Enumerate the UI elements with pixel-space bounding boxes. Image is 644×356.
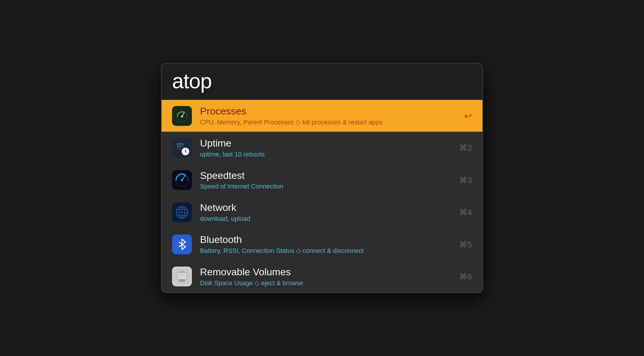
speedtest-icon bbox=[172, 170, 192, 190]
uptime-shortcut: ⌘2 bbox=[459, 143, 472, 153]
bluetooth-shortcut: ⌘5 bbox=[459, 240, 472, 249]
processes-subtitle: CPU, Memory, Parent Processes ◇ kill pro… bbox=[200, 118, 458, 127]
processes-title: Processes bbox=[200, 105, 458, 117]
uptime-subtitle: uptime, last 10 reboots bbox=[200, 150, 453, 159]
bluetooth-content: Bluetooth Battery, RSSI, Connection Stat… bbox=[200, 234, 453, 255]
network-icon-svg bbox=[174, 204, 190, 221]
menu-item-uptime[interactable]: Uptime uptime, last 10 reboots ⌘2 bbox=[162, 132, 482, 164]
svg-point-14 bbox=[177, 148, 179, 149]
removable-shortcut: ⌘6 bbox=[459, 272, 472, 281]
uptime-title: Uptime bbox=[200, 137, 453, 149]
speedtest-icon-svg bbox=[174, 172, 190, 188]
svg-point-8 bbox=[177, 143, 179, 145]
menu-item-removable[interactable]: Removable Volumes Disk Space Usage ◇ eje… bbox=[162, 261, 482, 292]
svg-point-13 bbox=[182, 145, 183, 147]
svg-point-9 bbox=[179, 143, 181, 145]
menu-list: Processes CPU, Memory, Parent Processes … bbox=[162, 100, 482, 292]
removable-icon-svg bbox=[174, 268, 190, 285]
search-bar[interactable]: atop bbox=[162, 64, 482, 100]
network-icon bbox=[172, 202, 192, 222]
menu-item-network[interactable]: Network download, upload ⌘4 bbox=[162, 196, 482, 228]
svg-point-11 bbox=[177, 145, 179, 147]
svg-rect-40 bbox=[177, 272, 187, 279]
bluetooth-title: Bluetooth bbox=[200, 234, 453, 246]
bluetooth-icon bbox=[172, 235, 192, 254]
bluetooth-icon-svg bbox=[174, 236, 190, 253]
search-text: atop bbox=[172, 71, 472, 91]
processes-icon-svg bbox=[174, 108, 190, 124]
speedtest-title: Speedtest bbox=[200, 170, 453, 181]
svg-point-3 bbox=[181, 116, 183, 117]
removable-content: Removable Volumes Disk Space Usage ◇ eje… bbox=[200, 266, 453, 287]
speedtest-shortcut: ⌘3 bbox=[459, 175, 472, 185]
network-shortcut: ⌘4 bbox=[459, 207, 472, 217]
removable-title: Removable Volumes bbox=[200, 266, 453, 278]
uptime-content: Uptime uptime, last 10 reboots bbox=[200, 137, 453, 158]
menu-item-processes[interactable]: Processes CPU, Memory, Parent Processes … bbox=[162, 100, 482, 132]
svg-point-12 bbox=[179, 145, 181, 147]
removable-icon bbox=[172, 267, 192, 286]
speedtest-content: Speedtest Speed of Internet Connection bbox=[200, 170, 453, 191]
processes-enter-icon: ↩ bbox=[464, 110, 472, 121]
processes-content: Processes CPU, Memory, Parent Processes … bbox=[200, 105, 458, 126]
menu-item-bluetooth[interactable]: Bluetooth Battery, RSSI, Connection Stat… bbox=[162, 228, 482, 260]
svg-rect-44 bbox=[179, 279, 185, 282]
menu-item-speedtest[interactable]: Speedtest Speed of Internet Connection ⌘… bbox=[162, 164, 482, 196]
removable-subtitle: Disk Space Usage ◇ eject & browse bbox=[200, 279, 453, 288]
uptime-icon bbox=[172, 138, 192, 158]
speedtest-subtitle: Speed of Internet Connection bbox=[200, 182, 453, 191]
app-window: atop bbox=[161, 63, 483, 293]
bluetooth-subtitle: Battery, RSSI, Connection Status ◇ conne… bbox=[200, 247, 453, 255]
svg-point-10 bbox=[182, 143, 183, 145]
network-subtitle: download, upload bbox=[200, 215, 453, 223]
network-title: Network bbox=[200, 202, 453, 214]
svg-point-24 bbox=[181, 179, 183, 181]
processes-icon bbox=[172, 106, 192, 126]
uptime-icon-svg bbox=[174, 140, 190, 156]
network-content: Network download, upload bbox=[200, 202, 453, 223]
svg-point-15 bbox=[179, 148, 181, 149]
svg-point-20 bbox=[185, 151, 186, 152]
